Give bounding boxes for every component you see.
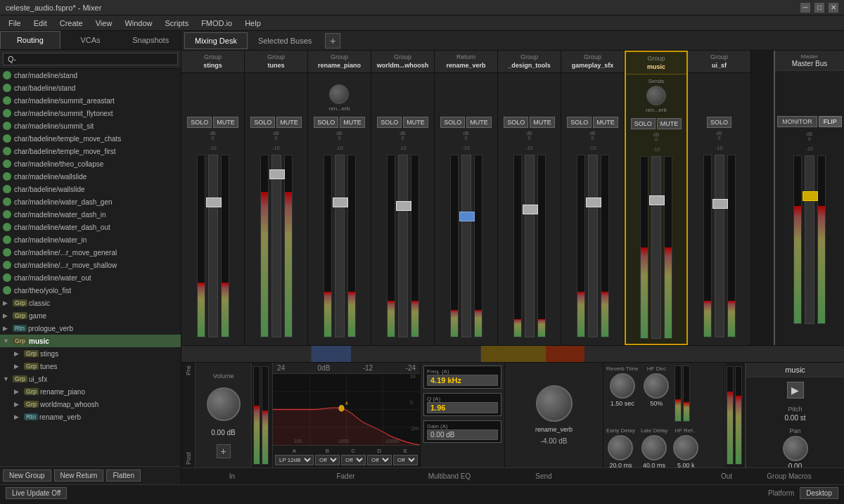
- solo-design-tools[interactable]: SOLO: [504, 117, 528, 128]
- list-item[interactable]: char/badeline/temple_move_first: [0, 145, 181, 157]
- fader-handle-stings[interactable]: [206, 198, 222, 207]
- tab-mixing-desk[interactable]: Mixing Desk: [184, 32, 248, 49]
- tab-vcas[interactable]: VCAs: [60, 31, 121, 49]
- volume-knob[interactable]: [207, 387, 241, 421]
- knob-music-send[interactable]: [646, 86, 666, 105]
- tree-group-ui-sfx[interactable]: ▼ Grp ui_sfx: [0, 373, 181, 385]
- solo-music[interactable]: SOLO: [631, 118, 656, 129]
- mini-overview[interactable]: [181, 346, 844, 363]
- fader-worldmap[interactable]: [398, 155, 408, 337]
- list-item[interactable]: char/madeline/water_in: [0, 233, 181, 246]
- tree-group-music[interactable]: ▼ Grp music: [0, 335, 181, 347]
- mute-rename-verb[interactable]: MUTE: [466, 117, 492, 128]
- pan-knob[interactable]: [783, 436, 808, 461]
- fader-stings[interactable]: [208, 155, 218, 337]
- solo-ui-sf[interactable]: SOLO: [707, 117, 731, 128]
- mute-rename-piano[interactable]: MUTE: [340, 117, 365, 128]
- list-item[interactable]: char/madeline/summit_sit: [0, 119, 181, 132]
- fader-handle-tunes[interactable]: [269, 169, 285, 179]
- mute-tunes[interactable]: MUTE: [276, 117, 302, 128]
- list-item[interactable]: char/madeline/water_out: [0, 271, 181, 284]
- tab-selected-buses[interactable]: Selected Buses: [248, 32, 322, 49]
- menu-create[interactable]: Create: [54, 18, 89, 29]
- add-tab-button[interactable]: +: [325, 33, 340, 49]
- send-knob[interactable]: [536, 385, 573, 422]
- new-return-button[interactable]: New Return: [54, 470, 104, 482]
- early-delay-knob[interactable]: [608, 435, 633, 460]
- new-group-button[interactable]: New Group: [3, 470, 51, 482]
- close-button[interactable]: ✕: [829, 3, 838, 13]
- fader-handle-master[interactable]: [803, 191, 818, 201]
- eq-band-e-select[interactable]: Off: [393, 455, 418, 465]
- flatten-button[interactable]: Flatten: [106, 470, 141, 482]
- mute-music[interactable]: MUTE: [657, 118, 682, 129]
- solo-rename-verb[interactable]: SOLO: [440, 117, 465, 128]
- late-delay-knob[interactable]: [641, 435, 667, 460]
- list-item[interactable]: char/madeline/theo_collapse: [0, 157, 181, 170]
- tree-group-tunes[interactable]: ▶ Grp tunes: [0, 360, 181, 373]
- play-button[interactable]: ▶: [787, 382, 804, 399]
- tab-routing[interactable]: Routing: [0, 31, 60, 49]
- list-item[interactable]: char/badeline/wallslide: [0, 183, 181, 195]
- fader-design-tools[interactable]: [525, 155, 535, 337]
- fader-ui-sf[interactable]: [715, 155, 724, 337]
- tab-snapshots[interactable]: Snapshots: [120, 31, 181, 49]
- list-item[interactable]: char/madeline/summit_areastart: [0, 94, 181, 107]
- list-item[interactable]: char/madeline/water_dash_out: [0, 221, 181, 233]
- list-item[interactable]: char/madeline/...r_move_general: [0, 246, 181, 259]
- maximize-button[interactable]: □: [814, 3, 824, 13]
- tree-group-worldmap[interactable]: ▶ Grp worldmap_whoosh: [0, 398, 181, 411]
- fader-handle-ui-sf[interactable]: [712, 199, 728, 209]
- list-item[interactable]: char/madeline/water_dash_gen: [0, 195, 181, 208]
- tree-group-prologue-verb[interactable]: ▶ Rtn prologue_verb: [0, 322, 181, 335]
- list-item[interactable]: char/madeline/...r_move_shallow: [0, 259, 181, 271]
- tree-group-rename-verb[interactable]: ▶ Rtn rename_verb: [0, 411, 181, 423]
- fader-gameplay-sfx[interactable]: [588, 155, 598, 337]
- eq-band-b-select[interactable]: Off: [315, 455, 340, 465]
- mute-stings[interactable]: MUTE: [213, 117, 238, 128]
- list-item[interactable]: char/madeline/water_dash_in: [0, 208, 181, 221]
- eq-band-c-select[interactable]: Off: [341, 455, 366, 465]
- fader-handle-rename-piano[interactable]: [333, 198, 348, 207]
- fader-handle-music[interactable]: [649, 195, 665, 205]
- eq-band-d-select[interactable]: Off: [367, 455, 392, 465]
- list-item[interactable]: char/madeline/summit_flytonext: [0, 107, 181, 119]
- menu-window[interactable]: Window: [119, 18, 158, 29]
- desktop-button[interactable]: Desktop: [800, 487, 838, 499]
- mute-worldmap[interactable]: MUTE: [403, 117, 428, 128]
- menu-fmod[interactable]: FMOD.io: [196, 18, 238, 29]
- tree-group-stings[interactable]: ▶ Grp stings: [0, 347, 181, 360]
- tree-group-rename-piano[interactable]: ▶ Grp rename_piano: [0, 385, 181, 398]
- channels-scroll[interactable]: Group stings SOLO MUTE dB0-10: [181, 51, 774, 345]
- fader-handle-design-tools[interactable]: [523, 205, 538, 214]
- solo-rename-piano[interactable]: SOLO: [314, 117, 338, 128]
- hf-ref-knob[interactable]: [673, 435, 698, 460]
- menu-help[interactable]: Help: [239, 18, 267, 29]
- list-item[interactable]: char/badeline/stand: [0, 82, 181, 94]
- menu-edit[interactable]: Edit: [28, 18, 53, 29]
- solo-gameplay-sfx[interactable]: SOLO: [567, 117, 592, 128]
- fader-master[interactable]: [805, 155, 814, 324]
- solo-tunes[interactable]: SOLO: [250, 117, 275, 128]
- fader-handle-rename-verb[interactable]: [459, 212, 475, 221]
- knob-rename-piano[interactable]: [329, 84, 349, 104]
- mute-gameplay-sfx[interactable]: MUTE: [593, 117, 618, 128]
- list-item[interactable]: char/madeline/wallslide: [0, 170, 181, 183]
- menu-file[interactable]: File: [3, 18, 27, 29]
- search-input[interactable]: [3, 53, 178, 65]
- eq-band-a-select[interactable]: LP 12dB: [275, 455, 314, 465]
- hf-dec-knob[interactable]: [644, 373, 669, 399]
- fader-music[interactable]: [651, 156, 661, 339]
- fader-tunes[interactable]: [271, 155, 281, 337]
- fader-handle-gameplay-sfx[interactable]: [586, 198, 601, 207]
- fader-rename-verb[interactable]: [461, 155, 471, 337]
- add-button[interactable]: +: [217, 444, 231, 458]
- list-item[interactable]: char/madeline/stand: [0, 69, 181, 82]
- list-item[interactable]: char/theo/yolo_fist: [0, 284, 181, 297]
- list-item[interactable]: char/badeline/temple_move_chats: [0, 132, 181, 145]
- solo-worldmap[interactable]: SOLO: [377, 117, 402, 128]
- mute-design-tools[interactable]: MUTE: [530, 117, 555, 128]
- monitor-button[interactable]: MONITOR: [777, 116, 817, 127]
- menu-view[interactable]: View: [90, 18, 118, 29]
- live-update-button[interactable]: Live Update Off: [6, 487, 67, 499]
